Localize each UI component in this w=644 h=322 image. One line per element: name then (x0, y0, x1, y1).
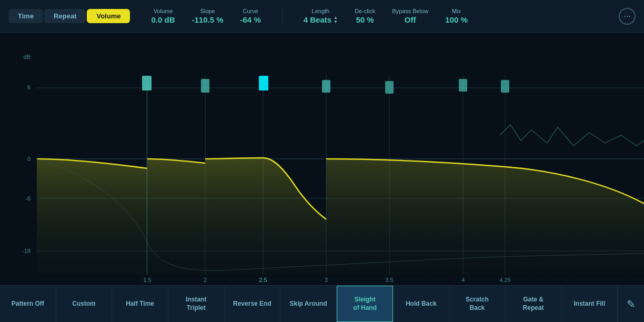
mix-label: Mix (452, 8, 461, 14)
mix-value[interactable]: 100 % (445, 15, 468, 24)
svg-rect-27 (322, 80, 330, 93)
preset-custom[interactable]: Custom (56, 286, 113, 322)
length-value[interactable]: 4 Beats ▲▼ (304, 15, 338, 24)
svg-text:2.5: 2.5 (259, 277, 267, 283)
preset-sleight-of-hand[interactable]: Sleightof Hand (337, 286, 394, 322)
svg-text:2: 2 (204, 277, 207, 283)
svg-text:6: 6 (27, 84, 31, 90)
svg-text:-6: -6 (25, 195, 31, 202)
svg-rect-30 (501, 80, 509, 93)
svg-text:4: 4 (461, 277, 465, 283)
svg-text:3.5: 3.5 (385, 277, 393, 283)
pencil-icon: ✎ (627, 298, 636, 310)
length-label: Length (312, 8, 330, 14)
preset-hold-back[interactable]: Hold Back (393, 286, 449, 322)
svg-text:3: 3 (325, 277, 328, 283)
bypass-value[interactable]: Off (405, 15, 416, 24)
volume-label: Volume (154, 8, 173, 14)
svg-rect-28 (385, 81, 394, 94)
preset-reverse-end[interactable]: Reverse End (225, 286, 281, 322)
declick-label: De-click (355, 8, 375, 14)
preset-pattern-off[interactable]: Pattern Off (0, 286, 56, 322)
bypass-param: Bypass Below Off (392, 8, 428, 24)
svg-text:0: 0 (27, 156, 31, 162)
preset-half-time[interactable]: Half Time (112, 286, 168, 322)
param-group: Volume 0.0 dB Slope -110.5 % Curve -64 %… (151, 8, 636, 25)
preset-instant-triplet[interactable]: InstantTriplet (168, 286, 225, 322)
length-stepper[interactable]: ▲▼ (334, 16, 338, 24)
curve-param: Curve -64 % (240, 8, 261, 24)
slope-param: Slope -110.5 % (192, 8, 223, 24)
bottom-bar: Pattern Off Custom Half Time InstantTrip… (0, 285, 644, 322)
length-param: Length 4 Beats ▲▼ (304, 8, 338, 24)
volume-param: Volume 0.0 dB (151, 8, 175, 24)
slope-label: Slope (200, 8, 215, 14)
curve-label: Curve (243, 8, 258, 14)
preset-instant-fill[interactable]: Instant Fill (561, 286, 618, 322)
bypass-label: Bypass Below (392, 8, 428, 14)
preset-gate-repeat[interactable]: Gate &Repeat (506, 286, 562, 322)
pencil-button[interactable]: ✎ (618, 286, 644, 322)
more-button[interactable]: ··· (619, 8, 636, 25)
curve-value[interactable]: -64 % (240, 15, 261, 24)
chart-area[interactable]: 6 0 -6 -18 dB 1.5 2 2.5 3 3.5 4 4.25 (0, 33, 644, 285)
svg-text:-18: -18 (22, 248, 31, 254)
svg-rect-26 (259, 76, 268, 90)
top-bar: Time Repeat Volume Volume 0.0 dB Slope -… (0, 0, 644, 33)
volume-value[interactable]: 0.0 dB (151, 15, 175, 24)
svg-text:1.5: 1.5 (143, 277, 151, 283)
tab-repeat[interactable]: Repeat (44, 9, 86, 23)
preset-skip-around[interactable]: Skip Around (280, 286, 337, 322)
svg-text:4.25: 4.25 (499, 277, 510, 283)
preset-scratch-back[interactable]: ScratchBack (449, 286, 506, 322)
svg-rect-29 (459, 79, 467, 92)
tab-volume[interactable]: Volume (87, 9, 130, 23)
svg-text:dB: dB (24, 54, 31, 60)
volume-chart: 6 0 -6 -18 dB 1.5 2 2.5 3 3.5 4 4.25 (0, 33, 644, 285)
mix-param: Mix 100 % (445, 8, 468, 24)
tab-time[interactable]: Time (8, 9, 43, 23)
slope-value[interactable]: -110.5 % (192, 15, 223, 24)
tab-group: Time Repeat Volume (8, 9, 130, 23)
declick-param: De-click 50 % (355, 8, 375, 24)
svg-rect-23 (142, 76, 152, 90)
svg-rect-25 (201, 79, 209, 93)
declick-value[interactable]: 50 % (356, 15, 374, 24)
